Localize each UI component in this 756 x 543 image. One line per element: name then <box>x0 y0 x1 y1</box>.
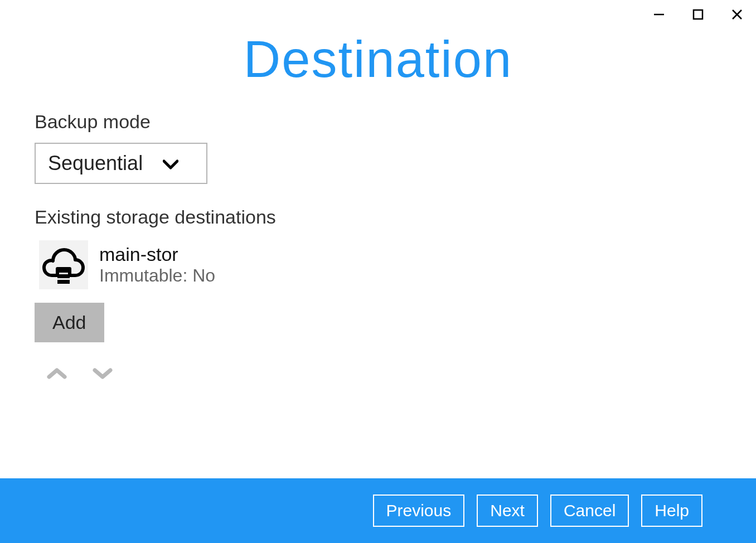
help-button[interactable]: Help <box>641 494 702 527</box>
svg-rect-6 <box>57 280 70 284</box>
chevron-down-icon <box>163 152 194 175</box>
destinations-label: Existing storage destinations <box>35 206 721 228</box>
svg-rect-4 <box>57 269 70 273</box>
close-button[interactable] <box>729 7 745 22</box>
cloud-storage-icon <box>39 240 88 289</box>
page-title: Destination <box>0 30 756 89</box>
backup-mode-value: Sequential <box>48 152 143 175</box>
next-button[interactable]: Next <box>477 494 538 527</box>
cancel-button[interactable]: Cancel <box>550 494 629 527</box>
previous-button[interactable]: Previous <box>373 494 465 527</box>
destination-immutable: Immutable: No <box>99 265 215 286</box>
reorder-controls <box>35 363 721 384</box>
minimize-button[interactable] <box>651 7 667 22</box>
window-controls <box>651 7 745 22</box>
backup-mode-label: Backup mode <box>35 111 721 133</box>
destination-text: main-stor Immutable: No <box>99 244 215 286</box>
destination-item[interactable]: main-stor Immutable: No <box>35 238 721 292</box>
footer-bar: Previous Next Cancel Help <box>0 478 756 543</box>
move-down-button[interactable] <box>93 363 113 384</box>
maximize-button[interactable] <box>690 7 706 22</box>
destination-name: main-stor <box>99 244 215 265</box>
move-up-button[interactable] <box>47 363 67 384</box>
add-button[interactable]: Add <box>35 303 104 342</box>
svg-rect-1 <box>694 10 702 19</box>
content-area: Backup mode Sequential Existing storage … <box>0 89 756 478</box>
svg-rect-5 <box>57 274 70 278</box>
backup-mode-select[interactable]: Sequential <box>35 143 207 184</box>
destinations-list: main-stor Immutable: No <box>35 238 721 292</box>
